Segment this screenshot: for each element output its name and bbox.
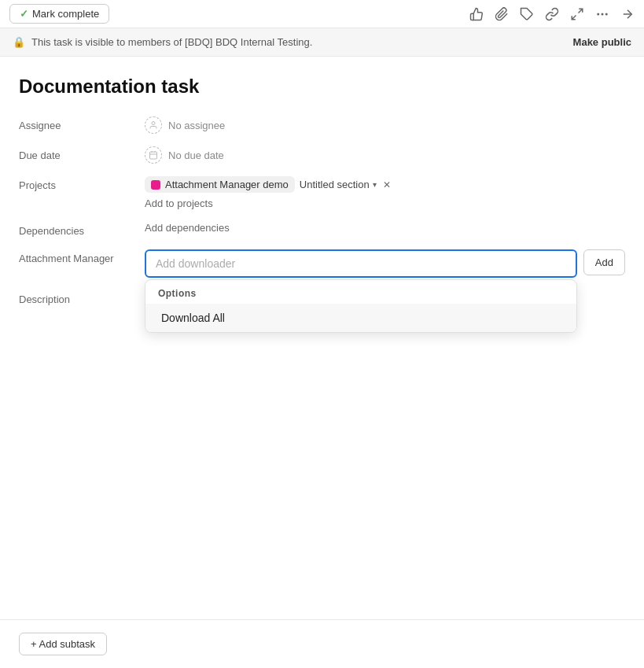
section-pill[interactable]: Untitled section ▾ ✕: [300, 179, 391, 190]
add-to-projects-link[interactable]: Add to projects: [145, 197, 625, 209]
section-name: Untitled section: [300, 179, 370, 190]
dropdown-header: Options: [145, 280, 576, 304]
attachment-add-button[interactable]: Add: [583, 249, 625, 275]
assignee-field: Assignee No assignee: [19, 116, 625, 134]
project-tag-row: Attachment Manager demo Untitled section…: [145, 176, 625, 193]
thumbsup-icon[interactable]: [469, 7, 484, 21]
dependencies-value: Add dependencies: [145, 222, 625, 234]
assignee-value[interactable]: No assignee: [145, 116, 625, 134]
link-icon[interactable]: [545, 7, 559, 21]
assignee-icon: [145, 116, 162, 134]
attachment-dropdown: Options Download All: [145, 279, 577, 333]
remove-project-icon[interactable]: ✕: [383, 179, 391, 190]
chevron-down-icon: ▾: [373, 180, 377, 189]
visibility-message: 🔒 This task is visible to members of [BD…: [13, 36, 312, 48]
mark-complete-label: Mark complete: [32, 8, 99, 20]
assignee-label: Assignee: [19, 116, 145, 131]
make-public-button[interactable]: Make public: [573, 36, 631, 48]
project-color-dot: [151, 180, 160, 190]
visibility-bar: 🔒 This task is visible to members of [BD…: [0, 28, 644, 57]
add-dependencies-link[interactable]: Add dependencies: [145, 222, 230, 234]
dependencies-label: Dependencies: [19, 222, 145, 237]
check-icon: ✓: [20, 8, 28, 20]
visibility-text: This task is visible to members of [BDQ]…: [31, 36, 312, 48]
paperclip-icon[interactable]: [495, 7, 509, 21]
add-subtask-button[interactable]: + Add subtask: [19, 633, 107, 655]
due-date-value[interactable]: No due date: [145, 146, 625, 164]
svg-point-7: [152, 122, 155, 125]
due-date-field: Due date No due date: [19, 146, 625, 164]
attachment-manager-field: Attachment Manager Options Download All …: [19, 249, 625, 278]
project-tag[interactable]: Attachment Manager demo: [145, 176, 295, 193]
toolbar: ✓ Mark complete: [0, 0, 644, 28]
svg-rect-8: [150, 152, 157, 159]
toolbar-right: [469, 7, 635, 21]
arrow-right-icon[interactable]: [620, 7, 635, 21]
projects-value: Attachment Manager demo Untitled section…: [145, 176, 625, 209]
svg-point-4: [602, 13, 603, 15]
due-date-label: Due date: [19, 146, 145, 161]
tag-icon[interactable]: [520, 7, 534, 21]
more-icon[interactable]: [595, 7, 609, 21]
description-label: Description: [19, 290, 145, 305]
attachment-manager-input[interactable]: [145, 249, 577, 278]
mark-complete-button[interactable]: ✓ Mark complete: [9, 4, 109, 24]
projects-label: Projects: [19, 176, 145, 191]
dependencies-field: Dependencies Add dependencies: [19, 222, 625, 237]
svg-line-1: [579, 9, 583, 13]
due-date-text: No due date: [168, 149, 224, 161]
calendar-icon: [145, 146, 162, 164]
project-row: Attachment Manager demo Untitled section…: [145, 176, 625, 209]
attachment-input-wrap: Options Download All: [145, 249, 577, 278]
svg-line-2: [572, 15, 576, 19]
assignee-text: No assignee: [168, 120, 225, 131]
toolbar-left: ✓ Mark complete: [9, 4, 109, 24]
bottom-bar: + Add subtask: [0, 619, 644, 668]
project-name: Attachment Manager demo: [165, 179, 289, 190]
lock-icon: 🔒: [13, 36, 25, 48]
task-title: Documentation task: [19, 76, 625, 98]
expand-icon[interactable]: [570, 7, 584, 21]
svg-point-5: [606, 13, 608, 15]
svg-point-3: [598, 13, 599, 15]
attachment-manager-label: Attachment Manager: [19, 249, 145, 264]
dropdown-item-download-all[interactable]: Download All: [145, 304, 576, 332]
main-content: Documentation task Assignee No assignee …: [0, 57, 644, 306]
projects-field: Projects Attachment Manager demo Untitle…: [19, 176, 625, 209]
